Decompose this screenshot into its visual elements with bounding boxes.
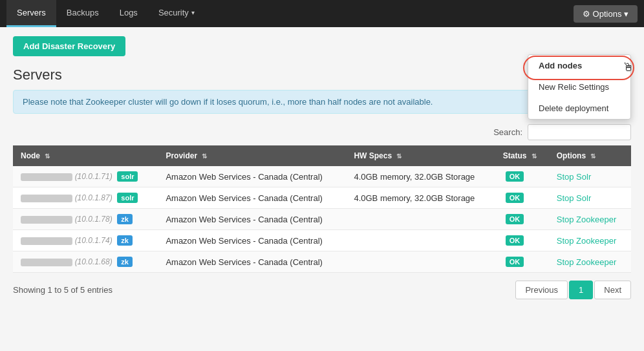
cell-node: (10.0.1.74) zk <box>13 230 158 251</box>
cell-status: OK <box>495 230 549 251</box>
cell-hw-specs <box>346 230 495 251</box>
sort-icon-node: ⇅ <box>45 153 50 160</box>
status-badge: OK <box>506 171 524 182</box>
badge-zk: zk <box>117 214 133 224</box>
table-footer: Showing 1 to 5 of 5 entries Previous 1 N… <box>13 281 631 299</box>
action-link[interactable]: Stop Zookeeper <box>557 215 617 224</box>
cell-status: OK <box>495 166 549 187</box>
cell-node: (10.0.1.78) zk <box>13 209 158 230</box>
node-ip: (10.0.1.74) <box>75 236 113 245</box>
add-disaster-recovery-button[interactable]: Add Disaster Recovery <box>13 36 125 56</box>
node-hostname <box>21 259 72 266</box>
table-row: (10.0.1.78) zk Amazon Web Services - Can… <box>13 209 631 230</box>
cell-hw-specs: 4.0GB memory, 32.0GB Storage <box>346 166 495 187</box>
cell-hw-specs: 4.0GB memory, 32.0GB Storage <box>346 187 495 209</box>
table-row: (10.0.1.68) zk Amazon Web Services - Can… <box>13 251 631 273</box>
dropdown-item-add-nodes[interactable]: Add nodes <box>528 55 630 76</box>
node-ip: (10.0.1.78) <box>75 215 113 224</box>
node-ip: (10.0.1.87) <box>75 193 113 202</box>
add-nodes-label: Add nodes <box>539 61 582 70</box>
tab-logs[interactable]: Logs <box>109 0 148 27</box>
nav-tabs: Servers Backups Logs Security ▾ <box>6 0 205 27</box>
cell-provider: Amazon Web Services - Canada (Central) <box>158 230 346 251</box>
tab-security-label: Security <box>158 8 189 17</box>
tab-security[interactable]: Security ▾ <box>148 0 205 27</box>
cell-options: Stop Solr <box>549 166 631 187</box>
cell-provider: Amazon Web Services - Canada (Central) <box>158 166 346 187</box>
main-content: Add Disaster Recovery Add nodes New Reli… <box>0 27 644 308</box>
servers-table: Node ⇅ Provider ⇅ HW Specs ⇅ Status ⇅ Op… <box>13 145 631 273</box>
previous-button[interactable]: Previous <box>515 281 568 299</box>
badge-solr: solr <box>117 171 138 182</box>
cell-options: Stop Zookeeper <box>549 251 631 273</box>
col-options[interactable]: Options ⇅ <box>549 145 631 166</box>
search-input[interactable] <box>528 124 631 140</box>
cell-options: Stop Zookeeper <box>549 209 631 230</box>
showing-text: Showing 1 to 5 of 5 entries <box>13 285 113 295</box>
table-body: (10.0.1.71) solr Amazon Web Services - C… <box>13 166 631 273</box>
node-hostname <box>21 237 72 245</box>
table-row: (10.0.1.87) solr Amazon Web Services - C… <box>13 187 631 209</box>
cell-hw-specs <box>346 251 495 273</box>
cell-options: Stop Zookeeper <box>549 230 631 251</box>
col-provider[interactable]: Provider ⇅ <box>158 145 346 166</box>
dropdown-item-delete-deployment[interactable]: Delete deployment <box>528 98 630 119</box>
node-hostname <box>21 195 72 202</box>
chevron-down-icon: ▾ <box>191 9 195 16</box>
cell-status: OK <box>495 209 549 230</box>
options-dropdown-menu: Add nodes New Relic Settings Delete depl… <box>528 54 631 120</box>
col-node[interactable]: Node ⇅ <box>13 145 158 166</box>
cell-provider: Amazon Web Services - Canada (Central) <box>158 209 346 230</box>
navbar: Servers Backups Logs Security ▾ ⚙ Option… <box>0 0 644 27</box>
cell-node: (10.0.1.68) zk <box>13 251 158 273</box>
node-hostname <box>21 216 72 224</box>
cell-options: Stop Solr <box>549 187 631 209</box>
node-ip: (10.0.1.71) <box>75 172 113 181</box>
search-row: Search: <box>13 124 631 140</box>
cell-provider: Amazon Web Services - Canada (Central) <box>158 187 346 209</box>
sort-icon-options: ⇅ <box>590 153 596 160</box>
status-badge: OK <box>506 235 524 246</box>
status-badge: OK <box>506 193 524 203</box>
cell-hw-specs <box>346 209 495 230</box>
page-1-button[interactable]: 1 <box>569 281 593 299</box>
pagination: Previous 1 Next <box>515 281 631 299</box>
col-hw-specs[interactable]: HW Specs ⇅ <box>346 145 495 166</box>
tab-backups[interactable]: Backups <box>56 0 109 27</box>
table-row: (10.0.1.74) zk Amazon Web Services - Can… <box>13 230 631 251</box>
node-hostname <box>21 173 72 181</box>
col-status[interactable]: Status ⇅ <box>495 145 549 166</box>
action-link[interactable]: Stop Solr <box>557 193 591 203</box>
dropdown-item-new-relic[interactable]: New Relic Settings <box>528 76 630 98</box>
badge-zk: zk <box>117 257 133 267</box>
action-link[interactable]: Stop Solr <box>557 172 591 182</box>
new-relic-label: New Relic Settings <box>539 82 609 92</box>
cell-provider: Amazon Web Services - Canada (Central) <box>158 251 346 273</box>
status-badge: OK <box>506 214 524 224</box>
sort-icon-provider: ⇅ <box>202 153 207 160</box>
table-header: Node ⇅ Provider ⇅ HW Specs ⇅ Status ⇅ Op… <box>13 145 631 166</box>
cell-node: (10.0.1.87) solr <box>13 187 158 209</box>
delete-deployment-label: Delete deployment <box>539 103 608 113</box>
table-row: (10.0.1.71) solr Amazon Web Services - C… <box>13 166 631 187</box>
badge-zk: zk <box>117 235 133 246</box>
search-label: Search: <box>493 127 522 137</box>
action-link[interactable]: Stop Zookeeper <box>557 236 617 246</box>
options-button[interactable]: ⚙ Options ▾ <box>574 5 638 23</box>
cell-status: OK <box>495 187 549 209</box>
sort-icon-status: ⇅ <box>531 153 537 160</box>
status-badge: OK <box>506 257 524 267</box>
sort-icon-hw: ⇅ <box>396 153 402 160</box>
cell-node: (10.0.1.71) solr <box>13 166 158 187</box>
cell-status: OK <box>495 251 549 273</box>
tab-servers[interactable]: Servers <box>6 0 56 27</box>
next-button[interactable]: Next <box>594 281 631 299</box>
navbar-right: ⚙ Options ▾ <box>574 5 638 23</box>
action-link[interactable]: Stop Zookeeper <box>557 257 617 267</box>
node-ip: (10.0.1.68) <box>75 257 113 266</box>
badge-solr: solr <box>117 193 138 203</box>
